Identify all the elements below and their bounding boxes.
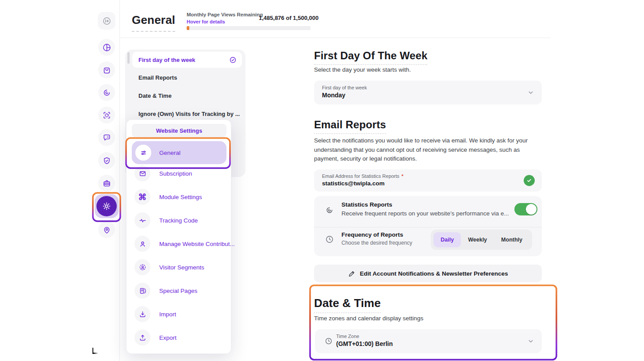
menu-item-label: Export — [159, 334, 176, 341]
section-heading-email-reports: Email Reports — [314, 119, 386, 134]
statistics-reports-title: Statistics Reports — [341, 201, 509, 208]
frequency-title: Frequency of Reports — [341, 231, 412, 238]
email-address-field[interactable]: Email Address for Statistics Reports* st… — [314, 169, 542, 192]
first-day-select[interactable]: First day of the week Monday — [314, 81, 542, 104]
header-divider — [120, 38, 551, 38]
usage-label: Monthly Page Views Remaining — [187, 12, 263, 17]
nav-item-email-reports[interactable]: Email Reports — [138, 74, 177, 81]
menu-item-label: Module Settings — [159, 194, 202, 200]
nav-item-label: First day of the week — [138, 57, 229, 63]
sidebar-item-settings[interactable] — [95, 194, 119, 218]
menu-item-label: Manage Website Contribut... — [159, 241, 235, 247]
frequency-subtitle: Choose the desired frequency — [341, 240, 412, 246]
sidebar-item-statistics[interactable] — [98, 84, 115, 101]
frequency-option-monthly[interactable]: Monthly — [494, 232, 529, 247]
menu-item-general[interactable]: General — [132, 141, 226, 164]
section-desc-date-time: Time zones and calendar display settings — [314, 315, 423, 322]
pie-chart-icon — [102, 43, 111, 52]
menu-item-label: Import — [159, 311, 176, 318]
export-icon — [138, 334, 147, 342]
frequency-option-daily[interactable]: Daily — [433, 232, 461, 247]
menu-item-import[interactable]: Import — [134, 306, 226, 322]
statistics-spiral-icon — [102, 88, 111, 97]
sidebar-item-session-recordings[interactable] — [98, 107, 115, 123]
menu-item-export[interactable]: Export — [134, 330, 226, 346]
briefcase-icon — [102, 179, 111, 188]
menu-item-label: Tracking Code — [159, 217, 198, 224]
nav-scrollbar-thumb[interactable] — [127, 52, 130, 64]
section-desc-first-day: Select the day your week starts with. — [314, 66, 411, 73]
menu-item-label: General — [159, 150, 180, 156]
first-day-select-value: Monday — [322, 92, 534, 99]
location-pin-icon — [102, 225, 111, 234]
statistics-reports-subtitle: Receive frequent reports on your website… — [341, 210, 509, 217]
section-heading-first-day: First Day Of The Week — [314, 50, 427, 65]
menu-item-label: Visitor Segments — [159, 264, 204, 271]
usage-progress-bar — [187, 26, 310, 30]
check-circle-icon — [229, 56, 237, 64]
frequency-option-weekly[interactable]: Weekly — [461, 232, 494, 247]
person-segment-icon — [138, 263, 147, 272]
sidebar-item-locations[interactable] — [98, 221, 115, 238]
card-divider — [314, 227, 542, 227]
pages-icon — [138, 287, 147, 295]
gear-icon — [102, 201, 111, 211]
edit-notifications-label: Edit Account Notifications & Newsletter … — [360, 270, 508, 277]
nav-item-first-day[interactable]: First day of the week — [132, 52, 242, 68]
shield-check-icon — [102, 156, 111, 165]
statistics-spiral-icon — [325, 206, 334, 215]
menu-item-manage-contributors[interactable]: Manage Website Contribut... — [134, 236, 226, 252]
pulse-icon — [138, 216, 147, 225]
menu-item-special-pages[interactable]: Special Pages — [134, 283, 226, 299]
first-day-select-label: First day of the week — [322, 85, 534, 90]
statistics-reports-toggle[interactable] — [514, 203, 537, 215]
sidebar-item-ecommerce[interactable] — [98, 61, 115, 78]
menu-item-subscription[interactable]: Subscription — [134, 165, 226, 181]
usage-progress-fill — [187, 26, 189, 30]
timezone-value: (GMT+01:00) Berlin — [336, 340, 534, 347]
menu-item-module-settings[interactable]: ⌘ Module Settings — [134, 189, 226, 205]
timezone-label: Time Zone — [336, 334, 534, 339]
collapse-sidebar-icon — [102, 16, 111, 26]
nav-item-ignore-visits[interactable]: Ignore (Own) Visits for Tracking by ... — [138, 111, 240, 117]
menu-item-tracking-code[interactable]: Tracking Code — [134, 212, 226, 228]
website-settings-menu: Website Settings General Subscription ⌘ … — [126, 119, 231, 354]
email-field-label: Email Address for Statistics Reports* — [322, 173, 534, 179]
menu-item-label: Special Pages — [159, 288, 197, 294]
sidebar-item-privacy[interactable] — [98, 152, 115, 169]
chevron-down-icon — [527, 88, 535, 96]
import-icon — [138, 310, 147, 319]
sidebar-item-feedback[interactable] — [98, 129, 115, 146]
email-field-value: statistics@twipla.com — [322, 180, 534, 187]
settings-active-indicator — [96, 196, 117, 216]
session-scan-icon — [102, 111, 111, 120]
required-mark: * — [402, 173, 403, 179]
valid-check-icon — [524, 175, 535, 186]
usage-value: 1,485,876 of 1,500,000 — [259, 15, 318, 21]
chat-icon — [102, 133, 111, 142]
menu-item-label: Subscription — [159, 170, 192, 177]
edit-notifications-button[interactable]: Edit Account Notifications & Newsletter … — [314, 265, 542, 282]
pencil-icon — [348, 270, 356, 277]
section-heading-date-time: Date & Time — [314, 296, 381, 313]
sidebar-divider — [119, 0, 120, 361]
section-desc-email-reports: Select the notifications you would like … — [314, 136, 536, 164]
frequency-segmented-control: Daily Weekly Monthly — [431, 230, 532, 250]
page-title: General — [132, 13, 175, 32]
sidebar-item-dashboard[interactable] — [98, 39, 115, 56]
collapse-sidebar-button[interactable] — [98, 12, 115, 30]
timezone-select[interactable]: Time Zone (GMT+01:00) Berlin — [315, 329, 542, 353]
nav-item-date-time[interactable]: Date & Time — [138, 92, 172, 99]
menu-title: Website Settings — [132, 124, 226, 137]
shopping-bag-icon — [102, 65, 111, 75]
menu-item-visitor-segments[interactable]: Visitor Segments — [134, 259, 226, 275]
clock-icon — [325, 235, 334, 244]
usage-details-link[interactable]: Hover for details — [187, 19, 225, 24]
email-reports-card: Statistics Reports Receive frequent repo… — [314, 196, 542, 256]
app-window: General Monthly Page Views Remaining Hov… — [0, 0, 644, 361]
sidebar-item-workspace[interactable] — [98, 175, 115, 192]
chevron-down-icon — [527, 337, 535, 345]
command-icon: ⌘ — [138, 193, 147, 201]
clock-icon — [325, 337, 333, 345]
person-icon — [138, 240, 147, 248]
